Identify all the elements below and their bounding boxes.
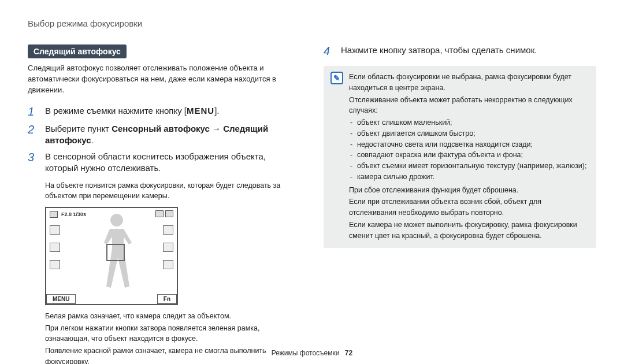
step-2: 2 Выберите пункт Сенсорный автофокус → С… (28, 123, 300, 147)
right-column: 4 Нажмите кнопку затвора, чтобы сделать … (324, 44, 596, 364)
info-p5: Если камера не может выполнить фокусиров… (349, 220, 589, 242)
step-number: 4 (324, 44, 334, 58)
info-icon: ✎ (330, 72, 343, 84)
wb-icon (163, 225, 173, 235)
step-text: В сенсорной области коснитесь изображени… (45, 151, 300, 174)
info-li: недостаточно света или подсветка находит… (349, 139, 589, 150)
step-3: 3 В сенсорной области коснитесь изображе… (28, 151, 300, 174)
step-text: В режиме съемки нажмите кнопку [MENU]. (45, 105, 220, 118)
left-column: Следящий автофокус Следящий автофокус по… (28, 44, 300, 364)
stabilizer-icon (163, 260, 173, 269)
page-title: Выбор режима фокусировки (28, 18, 596, 28)
page-footer: Режимы фотосъемки 72 (0, 349, 624, 357)
sd-card-icon (155, 210, 164, 217)
note-white-frame: Белая рамка означает, что камера следит … (45, 311, 300, 322)
menu-button-label: MENU (187, 106, 214, 116)
focus-frame (106, 244, 125, 261)
camera-menu-button: MENU (46, 294, 76, 304)
info-content: Если область фокусировки не выбрана, рам… (349, 72, 589, 242)
step-number: 2 (28, 123, 38, 147)
timer-icon (50, 243, 60, 252)
info-p4: Если при отслеживании объекта возник сбо… (349, 196, 589, 218)
step-text: Нажмите кнопку затвора, чтобы сделать сн… (341, 44, 537, 58)
steps-list: 1 В режиме съемки нажмите кнопку [MENU].… (28, 105, 300, 174)
flash-off-icon (50, 225, 60, 235)
info-box: ✎ Если область фокусировки не выбрана, р… (324, 66, 596, 248)
page-number: 72 (345, 349, 352, 357)
manual-page: Выбор режима фокусировки Следящий автофо… (0, 0, 624, 364)
info-p3: При сбое отслеживания функция будет сбро… (349, 185, 589, 196)
camera-left-icons (50, 225, 60, 269)
info-bullet-list: объект слишком маленький; объект двигает… (349, 117, 589, 183)
step-2-bold-1: Сенсорный автофокус (112, 124, 210, 133)
camera-fn-button: Fn (157, 294, 177, 304)
battery-icon (165, 210, 173, 217)
two-column-layout: Следящий автофокус Следящий автофокус по… (28, 44, 596, 364)
info-p2: Отслеживание объекта может работать неко… (349, 95, 589, 117)
step-1-text-b: ]. (214, 106, 219, 116)
camera-right-icons (163, 225, 173, 269)
iso-icon (163, 243, 173, 252)
info-li: объект съемки имеет горизонтальную текст… (349, 161, 589, 172)
info-li: совпадают окраска или фактура объекта и … (349, 150, 589, 161)
step-number: 3 (28, 151, 38, 174)
step-2-text-a: Выберите пункт (45, 124, 112, 133)
step-number: 1 (28, 105, 38, 118)
footer-section: Режимы фотосъемки (272, 349, 340, 357)
step-1-text-a: В режиме съемки нажмите кнопку [ (45, 106, 187, 116)
section-intro: Следящий автофокус позволяет отслеживать… (28, 63, 300, 96)
step-2-arrow: → (210, 124, 223, 133)
camera-button-row: MENU Fn (46, 294, 177, 304)
camera-screenshot: F2.8 1/30s (45, 207, 178, 305)
camera-exposure: F2.8 1/30s (61, 211, 86, 217)
step-2-text-c: . (91, 135, 94, 145)
note-green-frame: При легком нажатии кнопки затвора появля… (45, 323, 300, 345)
info-li: объект слишком маленький; (349, 117, 589, 128)
step-3-subnote: На объекте появится рамка фокусировки, к… (45, 180, 300, 201)
info-li: объект двигается слишком быстро; (349, 128, 589, 139)
section-badge: Следящий автофокус (28, 44, 127, 58)
info-p1: Если область фокусировки не выбрана, рам… (349, 72, 589, 94)
info-li: камера сильно дрожит. (349, 172, 589, 183)
step-text: Выберите пункт Сенсорный автофокус → Сле… (45, 123, 300, 147)
focus-mode-icon (50, 260, 60, 269)
step-1: 1 В режиме съемки нажмите кнопку [MENU]. (28, 105, 300, 118)
camera-mode-icon (50, 211, 58, 218)
step-4: 4 Нажмите кнопку затвора, чтобы сделать … (324, 44, 596, 58)
